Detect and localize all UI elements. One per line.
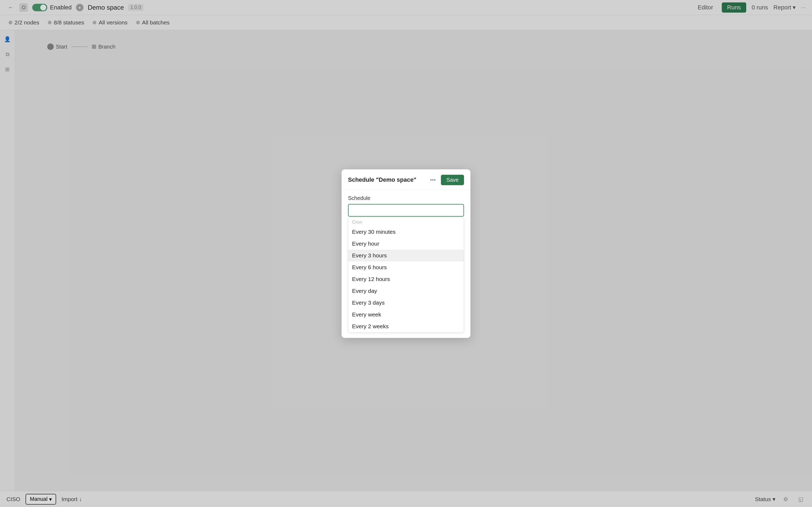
dropdown-item-every-day[interactable]: Every day bbox=[348, 285, 464, 297]
modal-body: Schedule Cron Every 30 minutes Every hou… bbox=[341, 190, 471, 338]
dropdown-item-every-12-hours[interactable]: Every 12 hours bbox=[348, 273, 464, 285]
schedule-dropdown: Cron Every 30 minutes Every hour Every 3… bbox=[348, 217, 464, 333]
dropdown-item-every-2-weeks[interactable]: Every 2 weeks bbox=[348, 321, 464, 332]
modal-more-button[interactable]: ••• bbox=[428, 176, 438, 184]
modal-header-actions: ••• Save bbox=[428, 175, 464, 185]
dropdown-item-every-6-hours[interactable]: Every 6 hours bbox=[348, 262, 464, 273]
schedule-modal: Schedule "Demo space" ••• Save Schedule … bbox=[341, 169, 471, 338]
dropdown-item-every-week[interactable]: Every week bbox=[348, 308, 464, 321]
schedule-input[interactable] bbox=[348, 204, 464, 217]
modal-title: Schedule "Demo space" bbox=[348, 176, 416, 183]
modal-save-button[interactable]: Save bbox=[441, 175, 464, 185]
dropdown-item-every-30-minutes[interactable]: Every 30 minutes bbox=[348, 226, 464, 238]
modal-overlay: Schedule "Demo space" ••• Save Schedule … bbox=[0, 0, 812, 507]
dropdown-item-every-3-days[interactable]: Every 3 days bbox=[348, 297, 464, 308]
dropdown-item-every-3-hours[interactable]: Every 3 hours bbox=[348, 249, 464, 262]
schedule-label: Schedule bbox=[348, 195, 464, 201]
dropdown-item-every-hour[interactable]: Every hour bbox=[348, 238, 464, 249]
modal-header: Schedule "Demo space" ••• Save bbox=[341, 169, 471, 190]
dropdown-section-label: Cron bbox=[348, 217, 464, 226]
